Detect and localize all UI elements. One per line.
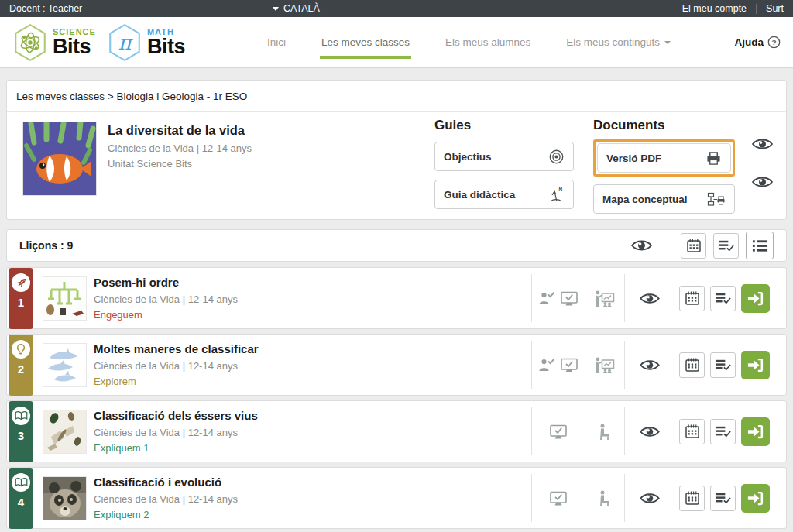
lesson-phase-label: Expliquem 2: [94, 509, 149, 520]
my-account-link[interactable]: El meu compte: [682, 3, 747, 14]
calendar-icon: [685, 424, 700, 439]
printer-icon: [705, 151, 722, 166]
science-logo-bits: Bits: [53, 36, 96, 57]
list-view-button[interactable]: [746, 232, 774, 259]
lesson-thumbnail[interactable]: [43, 343, 87, 387]
schedule-lesson-button[interactable]: [679, 486, 705, 511]
pdf-visibility-eye-icon[interactable]: [752, 137, 773, 151]
lesson-title[interactable]: Classificació i evolució: [94, 475, 221, 489]
lesson-visibility-eye-icon[interactable]: [640, 492, 660, 505]
unit-thumbnail[interactable]: [22, 122, 97, 196]
assignment-status-column: [531, 401, 585, 462]
help-circle-icon: ?: [767, 36, 781, 49]
science-bits-logo[interactable]: SCIENCE Bits: [12, 23, 96, 62]
math-logo-bits: Bits: [147, 36, 185, 57]
logged-user-label: Docent : Teacher: [9, 3, 82, 14]
unit-panel: Les meves classes > Biologia i Geologia …: [6, 80, 787, 220]
insect-collection-image: [43, 410, 86, 453]
documents-heading: Documents: [593, 118, 735, 133]
guia-didactica-button[interactable]: Guia didàctica N: [434, 180, 574, 209]
lightbulb-icon: [15, 343, 27, 356]
phase-badge: [12, 407, 30, 425]
lesson-thumbnail[interactable]: [43, 410, 87, 454]
calendar-view-button[interactable]: [681, 233, 706, 259]
bulleted-list-icon: [752, 239, 768, 253]
nav-inici[interactable]: Inici: [267, 36, 286, 48]
phase-badge: [12, 473, 30, 492]
lesson-actions-column: [679, 335, 784, 395]
list-check-icon: [715, 491, 731, 505]
math-bits-logo[interactable]: π MATH Bits: [107, 23, 185, 62]
lesson-tasks-button[interactable]: [710, 419, 736, 444]
lesson-row: 4: [6, 467, 787, 529]
help-link[interactable]: Ajuda ?: [734, 36, 781, 49]
list-check-icon: [718, 239, 734, 252]
nav-els-meus-alumnes[interactable]: Els meus alumnes: [445, 36, 530, 48]
enter-lesson-button[interactable]: [741, 417, 770, 446]
tasks-view-button[interactable]: [713, 233, 739, 259]
schedule-lesson-button[interactable]: [679, 286, 705, 311]
list-check-icon: [715, 424, 731, 438]
topbar-divider: [756, 4, 757, 14]
guides-section: Guies Objectius Guia didàctica N: [434, 118, 574, 209]
lesson-visibility-eye-icon[interactable]: [640, 425, 660, 438]
enter-lesson-button[interactable]: [741, 284, 770, 313]
nav-els-meus-continguts[interactable]: Els meus continguts: [566, 36, 671, 48]
screen-check-icon: [560, 358, 578, 372]
schedule-lesson-button[interactable]: [679, 352, 705, 378]
mapa-conceptual-button[interactable]: Mapa conceptual: [593, 184, 735, 214]
column-divider: [675, 474, 675, 522]
objectius-button[interactable]: Objectius: [434, 142, 574, 171]
lesson-title[interactable]: Posem-hi ordre: [94, 276, 179, 289]
seated-student-icon: [598, 490, 611, 506]
lesson-subject: Ciències de la Vida | 12-14 anys: [94, 493, 238, 505]
lesson-visibility-eye-icon[interactable]: [640, 292, 660, 305]
logout-link[interactable]: Surt: [766, 3, 784, 14]
lesson-visibility-eye-icon[interactable]: [640, 359, 660, 372]
teaching-mode-column: [585, 468, 624, 528]
lesson-thumbnail[interactable]: [43, 476, 87, 520]
lesson-subject: Ciències de la Vida | 12-14 anys: [94, 293, 238, 305]
lesson-phase-tab[interactable]: 4: [9, 468, 33, 529]
schedule-lesson-button[interactable]: [679, 419, 705, 444]
enter-lesson-button[interactable]: [741, 351, 770, 379]
atom-icon: [12, 23, 48, 62]
breadcrumb-separator: >: [108, 91, 114, 102]
enter-arrow-icon: [747, 356, 764, 374]
lesson-number: 3: [18, 429, 24, 442]
svg-text:N: N: [559, 187, 563, 192]
lesson-phase-label: Engeguem: [94, 309, 142, 321]
documents-section: Documents Versió PDF Mapa conceptual: [593, 118, 735, 214]
student-check-icon: [538, 291, 555, 305]
assignment-status-column: [531, 335, 585, 395]
lesson-phase-tab[interactable]: 2: [9, 335, 33, 396]
mapa-visibility-eye-icon[interactable]: [752, 175, 773, 189]
lesson-phase-tab[interactable]: 1: [9, 268, 33, 329]
calendar-icon: [685, 290, 700, 306]
lesson-phase-label: Expliquem 1: [94, 442, 149, 454]
breadcrumb-classes-link[interactable]: Les meves classes: [16, 91, 105, 102]
unit-title: La diversitat de la vida: [108, 123, 245, 138]
lesson-subject: Ciències de la Vida | 12-14 anys: [94, 360, 238, 372]
lesson-title[interactable]: Moltes maneres de classificar: [94, 342, 259, 355]
lesson-actions-column: [679, 401, 784, 462]
lesson-phase-tab[interactable]: 3: [9, 401, 33, 462]
lesson-tasks-button[interactable]: [710, 286, 736, 311]
enter-lesson-button[interactable]: [741, 484, 770, 513]
target-icon: [548, 149, 565, 165]
lessons-visibility-eye-icon[interactable]: [631, 239, 652, 252]
lesson-row: 1: [6, 267, 787, 329]
rocket-icon: [15, 276, 28, 290]
pi-icon: π: [107, 23, 142, 62]
assignment-status-column: [531, 268, 585, 328]
lesson-tasks-button[interactable]: [710, 352, 736, 378]
teaching-mode-column: [585, 335, 624, 395]
lesson-tasks-button[interactable]: [710, 486, 736, 511]
compass-icon: N: [549, 187, 565, 203]
versio-pdf-button[interactable]: Versió PDF: [597, 143, 731, 173]
lesson-title[interactable]: Classificació dels éssers vius: [94, 409, 258, 422]
enter-arrow-icon: [747, 489, 764, 507]
lesson-thumbnail[interactable]: [43, 276, 87, 321]
nav-les-meves-classes[interactable]: Les meves classes: [321, 36, 410, 48]
language-selector[interactable]: CATALÀ: [273, 3, 320, 14]
